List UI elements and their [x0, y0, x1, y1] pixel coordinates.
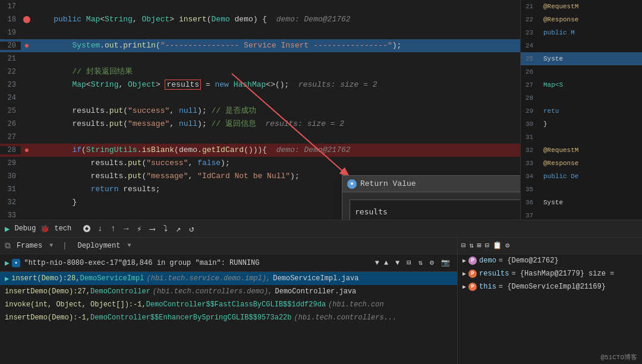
run-to-cursor-icon[interactable]: → [120, 223, 132, 235]
line-content: results.put("success", null); // 是否成功 [33, 105, 520, 118]
force-step-into-icon[interactable]: ⤵ [159, 223, 171, 235]
expand-icon[interactable]: ▶ [462, 283, 466, 290]
variables-panel: ⊟ ⇅ ⊞ ⊟ 📋 ⚙ ▶ P demo = {Demo@21762} ▶ P … [458, 238, 642, 364]
settings-icon[interactable]: ⚙ [427, 257, 436, 268]
right-line-content: retu [543, 107, 559, 115]
line-num: 31 [0, 185, 21, 194]
smart-step-icon[interactable]: ↗ [172, 223, 184, 235]
tab-deployment[interactable]: Deployment [74, 240, 124, 251]
var-sort-icon[interactable]: ⇅ [469, 241, 473, 250]
line-content: results.put("success", false); [33, 157, 520, 170]
breakpoint-icon: ● [24, 41, 29, 50]
debug-session-label: Debug [14, 224, 36, 233]
line-content: public Map<String, Object> insert(Demo d… [33, 13, 520, 26]
line-num: 20 [0, 42, 21, 50]
table-row: 26 results.put("message", null); // 返回信息… [0, 118, 520, 131]
line-content: System.out.println("---------------- Ser… [33, 39, 520, 52]
reset-frame-icon[interactable]: ↺ [185, 223, 197, 235]
table-row: 22 // 封装返回结果 [0, 65, 520, 78]
line-num: 18 [0, 15, 21, 24]
right-line-num: 27 [525, 81, 543, 88]
right-line-num: 35 [525, 186, 543, 193]
var-expand-icon[interactable]: ⊞ [477, 241, 481, 250]
var-value: = {HashMap@21779} size = [511, 270, 614, 278]
var-item[interactable]: ▶ P this = {DemoServiceImpl@21169} [458, 280, 642, 293]
force-step-over-icon[interactable]: ⟶ [146, 223, 158, 235]
right-line-content: public De [543, 173, 578, 180]
frame-item[interactable]: ▶ insert(Demo):28, DemoServiceImpl (hbi.… [0, 272, 457, 285]
return-value-input[interactable] [350, 200, 520, 220]
frame-file: (hbi.tech.controllers... [294, 314, 397, 322]
var-type-icon: P [468, 283, 477, 291]
right-line-content: } [543, 121, 547, 128]
var-item[interactable]: ▶ P demo = {Demo@21762} [458, 254, 642, 267]
right-line: 24 [521, 39, 642, 52]
sort-icon[interactable]: ⇅ [416, 257, 425, 268]
right-line-num: 34 [525, 173, 543, 180]
frame-active-icon: ▶ [5, 274, 9, 283]
frame-class: DemoController$$FastClassByCGLIB$$1ddf29… [146, 300, 326, 309]
evaluate-icon[interactable]: ⚡ [133, 223, 145, 235]
nav-down-icon[interactable]: ▼ [393, 258, 402, 268]
table-row: 27 [0, 131, 520, 144]
line-num: 21 [0, 55, 21, 63]
dropdown-arrow-icon: ▼ [375, 259, 379, 267]
right-line-content: @RequestM [543, 147, 578, 154]
code-area: 17 18 public Map<String, Object> insert(… [0, 0, 642, 220]
nav-up-icon[interactable]: ▲ [382, 258, 391, 268]
line-num: 25 [0, 107, 21, 115]
step-over-icon[interactable] [81, 223, 93, 235]
var-value: = {DemoServiceImpl@21169} [499, 283, 606, 291]
step-out-icon[interactable]: ↑ [107, 223, 119, 235]
expand-icon[interactable]: ▶ [462, 270, 466, 277]
var-copy-icon[interactable]: 📋 [493, 241, 502, 250]
line-num: 28 [0, 146, 21, 154]
var-collapse-icon[interactable]: ⊟ [485, 241, 489, 250]
right-line-num: 21 [525, 3, 543, 10]
debug-play-icon[interactable]: ▶ [5, 224, 10, 234]
right-line: 31 [521, 131, 642, 144]
frame-icon: ⧉ [5, 241, 11, 251]
frame-class: DemoController [90, 287, 150, 296]
var-type-icon: P [468, 257, 477, 265]
frames-header: ⧉ Frames ▼ | Deployment ▼ [0, 238, 457, 254]
right-line-num: 32 [525, 147, 543, 154]
right-line-content: Syste [543, 199, 563, 206]
line-num: 19 [0, 29, 21, 37]
table-row: 18 public Map<String, Object> insert(Dem… [0, 13, 520, 26]
var-item[interactable]: ▶ P results = {HashMap@21779} size = [458, 267, 642, 280]
var-name: this [479, 283, 496, 291]
var-settings-icon[interactable]: ⚙ [505, 241, 509, 250]
table-row: 19 [0, 26, 520, 39]
right-line-num: 31 [525, 134, 543, 141]
frame-filename: DemoController.java [275, 287, 357, 296]
line-num: 33 [0, 211, 21, 220]
frame-item[interactable]: insertDemo(Demo):-1, DemoController$$Enh… [0, 311, 457, 324]
right-line-content: @RequestM [543, 3, 578, 10]
line-content: results.put("message", null); // 返回信息 re… [33, 118, 520, 131]
thread-text: "http-nio-8080-exec-17"@18,846 in group … [24, 259, 259, 267]
frame-item[interactable]: invoke(int, Object, Object[]):-1, DemoCo… [0, 298, 457, 311]
frame-file: (hbi.tech.service.demo.impl), [146, 274, 270, 283]
frame-class: DemoController$$EnhancerBySpringCGLIB$$9… [90, 314, 291, 322]
frames-arrow-icon: ▼ [49, 242, 53, 249]
step-into-icon[interactable]: ↓ [94, 223, 106, 235]
table-row: 20 ● System.out.println("---------------… [0, 39, 520, 52]
line-content: Map<String, Object> results = new HashMa… [33, 78, 520, 91]
right-line: 27 Map<S [521, 78, 642, 91]
camera-icon[interactable]: 📷 [439, 257, 452, 268]
tab-frames[interactable]: Frames [13, 240, 46, 251]
return-value-dialog[interactable]: ● Return Value ✕ ? OK Cancel [342, 175, 520, 220]
right-line-content: Syste [543, 55, 563, 62]
table-row: 23 Map<String, Object> results = new Has… [0, 78, 520, 91]
var-filter-icon[interactable]: ⊟ [461, 241, 465, 250]
frame-method: invoke(int, Object, Object[]):-1, [5, 300, 146, 309]
line-num: 24 [0, 94, 21, 102]
frame-item[interactable]: insertDemo(Demo):27, DemoController (hbi… [0, 285, 457, 298]
line-num: 22 [0, 68, 21, 76]
thread-badge: • [12, 259, 21, 267]
thread-dropdown[interactable]: ▼ ▲ ▼ ⊟ ⇅ ⚙ 📷 [375, 257, 452, 268]
filter-icon[interactable]: ⊟ [404, 257, 413, 268]
expand-icon[interactable]: ▶ [462, 257, 466, 264]
right-line: 36 Syste [521, 196, 642, 209]
